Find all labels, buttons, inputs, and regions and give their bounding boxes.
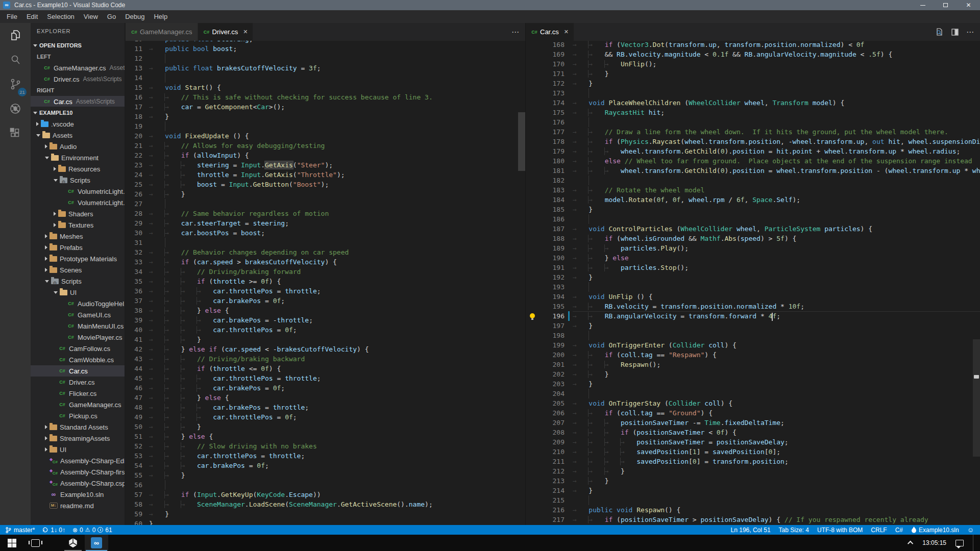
gutter[interactable]: 174: [526, 98, 573, 108]
tree-item-shaders[interactable]: Shaders: [31, 208, 125, 219]
code-text[interactable]: → → → → car.throttlePos = throttle;: [149, 373, 525, 383]
gutter[interactable]: 27: [126, 199, 149, 209]
gutter[interactable]: 37: [126, 296, 149, 306]
tree-item-car.cs[interactable]: C#Car.cs: [31, 365, 125, 377]
code-line-177[interactable]: 177→ → // Draw a line form the wheel dow…: [526, 127, 980, 137]
code-text[interactable]: → → if (Physics.Raycast(wheel.transform.…: [573, 137, 980, 146]
code-line-26[interactable]: 26→ → }: [126, 189, 525, 199]
cursor-position-status[interactable]: Ln 196, Col 51: [731, 527, 771, 534]
code-line-32[interactable]: 32→ → // Behavior changes depending on c…: [126, 247, 525, 257]
gutter[interactable]: 205: [526, 398, 573, 408]
problems-status[interactable]: ⊗ 0 ⚠ 0 i 61: [72, 527, 112, 534]
code-text[interactable]: → → → particles.Play();: [573, 243, 980, 253]
gutter[interactable]: 192: [526, 272, 573, 282]
code-text[interactable]: → → RB.velocity = transform.position.nor…: [573, 302, 980, 311]
search-button[interactable]: [0, 47, 31, 72]
code-line-209[interactable]: 209→ → → → positionSaveTimer = positionS…: [526, 437, 980, 447]
code-line-168[interactable]: 168→ → if (Vector3.Dot(transform.up, tra…: [526, 41, 980, 49]
gutter[interactable]: 187: [526, 224, 573, 234]
code-text[interactable]: → → if (Vector3.Dot(transform.up, transf…: [573, 41, 980, 49]
gutter[interactable]: 176: [526, 117, 573, 127]
gutter[interactable]: 204: [526, 389, 573, 398]
tree-item-gameui.cs[interactable]: C#GameUI.cs: [31, 309, 125, 320]
code-line-39[interactable]: 39→ → → → car.brakePos = -throttle;: [126, 315, 525, 325]
tree-item-ui[interactable]: UI: [31, 287, 125, 298]
encoding-status[interactable]: UTF-8 with BOM: [817, 527, 863, 534]
indentation-status[interactable]: Tab Size: 4: [779, 527, 809, 534]
code-text[interactable]: → → → // Driving/braking forward: [149, 267, 525, 277]
code-text[interactable]: → → → → car.throttlePos = throttle;: [149, 286, 525, 296]
code-text[interactable]: → → → car.throttlePos = throttle;: [149, 451, 525, 461]
gutter[interactable]: 173: [526, 88, 573, 98]
git-branch-status[interactable]: master*: [5, 527, 35, 534]
code-text[interactable]: → → → → car.brakePos = -throttle;: [149, 315, 525, 325]
code-text[interactable]: → → if (Input.GetKeyUp(KeyCode.Escape)): [149, 490, 525, 499]
code-text[interactable]: → → → → car.throttlePos = 0f;: [149, 325, 525, 335]
code-line-192[interactable]: 192→ }: [526, 272, 980, 282]
tree-item-assembly-csharp-edit...[interactable]: ◆C#Assembly-CSharp-Edit...: [31, 455, 125, 466]
tab-close-icon[interactable]: ✕: [243, 29, 248, 35]
tree-item-volumetriclight...[interactable]: C#VolumetricLight...: [31, 186, 125, 197]
gutter[interactable]: 200: [526, 350, 573, 360]
code-text[interactable]: → → → SceneManager.LoadScene(SceneManage…: [149, 499, 525, 509]
code-text[interactable]: → → // Draw a line form the wheel down. …: [573, 127, 980, 137]
gutter[interactable]: 206: [526, 408, 573, 418]
gutter[interactable]: 40: [126, 325, 149, 335]
code-line-60[interactable]: 60}: [126, 519, 525, 525]
source-control-button[interactable]: 21: [0, 72, 31, 96]
gutter[interactable]: 181: [526, 166, 573, 176]
code-text[interactable]: → → → UnFlip();: [573, 59, 980, 69]
gutter[interactable]: 198: [526, 331, 573, 340]
code-line-201[interactable]: 201→ → → Respawn();: [526, 360, 980, 369]
gutter[interactable]: 39: [126, 315, 149, 325]
code-text[interactable]: [149, 73, 525, 83]
code-line-23[interactable]: 23→ → → steering = Input.GetAxis("Steer"…: [126, 160, 525, 170]
code-line-181[interactable]: 181→ → → wheel.transform.GetChild(0).pos…: [526, 166, 980, 176]
gutter[interactable]: 211: [526, 457, 573, 466]
code-line-202[interactable]: 202→ → }: [526, 369, 980, 379]
gutter[interactable]: 38: [126, 306, 149, 315]
code-text[interactable]: → → → boost = Input.GetButton("Boost");: [149, 180, 525, 189]
gutter[interactable]: 53: [126, 451, 149, 461]
code-line-52[interactable]: 52→ → → // Slow driving with no brakes: [126, 441, 525, 451]
gutter[interactable]: 20: [126, 131, 149, 141]
gutter[interactable]: 59: [126, 509, 149, 519]
gutter[interactable]: 171: [526, 69, 573, 79]
code-text[interactable]: [573, 495, 980, 505]
gutter[interactable]: 195: [526, 302, 573, 311]
code-line-188[interactable]: 188→ → if (wheel.isGrounded && Mathf.Abs…: [526, 234, 980, 243]
code-line-44[interactable]: 44→ → → if (throttle <= 0f) {: [126, 364, 525, 373]
code-line-204[interactable]: 204: [526, 389, 980, 398]
tree-item-driver.cs[interactable]: C#Driver.cs: [31, 377, 125, 388]
code-line-30[interactable]: 30→ → car.boostPos = boost;: [126, 228, 525, 238]
code-line-40[interactable]: 40→ → → → car.throttlePos = 0f;: [126, 325, 525, 335]
code-text[interactable]: → void Start() {: [149, 83, 525, 92]
code-text[interactable]: [573, 214, 980, 224]
tree-item-camfollow.cs[interactable]: C#CamFollow.cs: [31, 343, 125, 354]
code-line-28[interactable]: 28→ → // Same behavior regardless of mot…: [126, 209, 525, 218]
code-line-25[interactable]: 25→ → → boost = Input.GetButton("Boost")…: [126, 180, 525, 189]
gutter[interactable]: 35: [126, 277, 149, 286]
gutter[interactable]: 170: [526, 59, 573, 69]
code-line-38[interactable]: 38→ → → } else {: [126, 306, 525, 315]
gutter[interactable]: 208: [526, 428, 573, 437]
code-text[interactable]: → → → wheel.transform.GetChild(0).positi…: [573, 166, 980, 176]
tree-item-scripts[interactable]: ⚙Scripts: [31, 174, 125, 186]
gutter[interactable]: 18: [126, 112, 149, 121]
code-line-33[interactable]: 33→ → if (car.speed > brakesCutoffVeloci…: [126, 257, 525, 267]
gutter[interactable]: 36: [126, 286, 149, 296]
code-line-190[interactable]: 190→ → } else: [526, 253, 980, 263]
code-line-17[interactable]: 17→ → car = GetComponent<Car>();: [126, 102, 525, 112]
tree-item-prefabs[interactable]: Prefabs: [31, 242, 125, 253]
gutter[interactable]: 191: [526, 263, 573, 272]
gutter[interactable]: 209: [526, 437, 573, 447]
gutter[interactable]: 179: [526, 146, 573, 156]
code-text[interactable]: → void OnTriggerStay (Collider coll) {: [573, 398, 980, 408]
code-line-12[interactable]: 12: [126, 54, 525, 63]
gutter[interactable]: 12: [126, 54, 149, 63]
code-text[interactable]: → → → } else {: [149, 393, 525, 403]
open-editor-item-gamemanager.cs[interactable]: C#GameManager.csAssets\Scripts: [31, 62, 125, 73]
gutter[interactable]: 22: [126, 151, 149, 160]
gutter[interactable]: 184: [526, 195, 573, 205]
gutter[interactable]: 33: [126, 257, 149, 267]
